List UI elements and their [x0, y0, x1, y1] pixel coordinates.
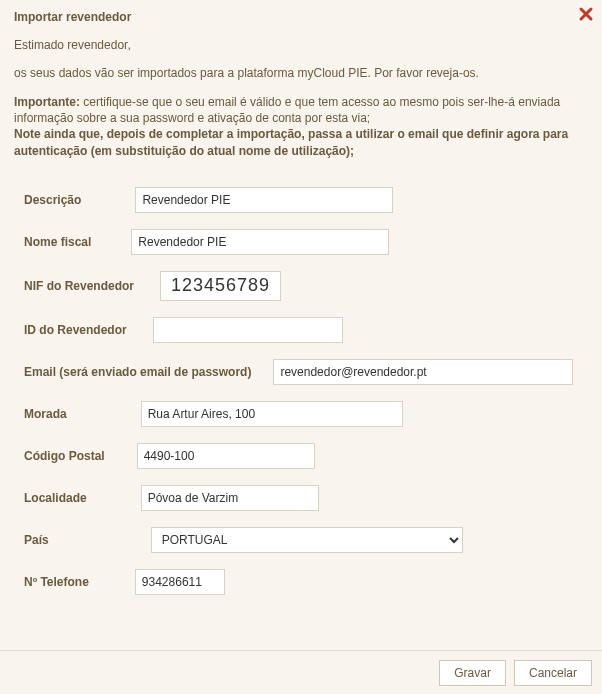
- important-label: Importante:: [14, 95, 80, 109]
- label-localidade: Localidade: [24, 491, 87, 505]
- row-email: Email (será enviado email de password): [14, 359, 588, 385]
- label-nome-fiscal: Nome fiscal: [24, 235, 91, 249]
- value-nif: 123456789: [160, 271, 281, 301]
- input-telefone[interactable]: [135, 569, 225, 595]
- dialog-title: Importar revendedor: [14, 10, 588, 24]
- save-button[interactable]: Gravar: [439, 660, 506, 686]
- input-id-revendedor: [153, 317, 343, 343]
- important-text: Importante: certifique-se que o seu emai…: [14, 94, 588, 159]
- row-id-revendedor: ID do Revendedor: [14, 317, 588, 343]
- input-descricao[interactable]: [135, 187, 393, 213]
- input-morada[interactable]: [141, 401, 403, 427]
- label-email: Email (será enviado email de password): [24, 365, 251, 379]
- cancel-button[interactable]: Cancelar: [514, 660, 592, 686]
- important-bold: Note ainda que, depois de completar a im…: [14, 127, 568, 157]
- close-icon[interactable]: [578, 6, 594, 22]
- row-pais: País PORTUGAL: [14, 527, 588, 553]
- input-localidade[interactable]: [141, 485, 319, 511]
- row-morada: Morada: [14, 401, 588, 427]
- select-pais[interactable]: PORTUGAL: [151, 527, 463, 553]
- input-cp[interactable]: [137, 443, 315, 469]
- row-descricao: Descrição: [14, 187, 588, 213]
- row-cp: Código Postal: [14, 443, 588, 469]
- row-localidade: Localidade: [14, 485, 588, 511]
- label-cp: Código Postal: [24, 449, 105, 463]
- important-line1: certifique-se que o seu email é válido e…: [14, 95, 560, 125]
- label-telefone: Nº Telefone: [24, 575, 89, 589]
- input-email[interactable]: [273, 359, 573, 385]
- label-nif: NIF do Revendedor: [24, 279, 134, 293]
- import-reseller-dialog: Importar revendedor Estimado revendedor,…: [0, 0, 602, 663]
- label-pais: País: [24, 533, 49, 547]
- greeting-text: Estimado revendedor,: [14, 38, 588, 52]
- label-morada: Morada: [24, 407, 67, 421]
- label-id-revendedor: ID do Revendedor: [24, 323, 127, 337]
- row-nome-fiscal: Nome fiscal: [14, 229, 588, 255]
- intro-text: os seus dados vão ser importados para a …: [14, 66, 588, 80]
- input-nome-fiscal[interactable]: [131, 229, 389, 255]
- row-telefone: Nº Telefone: [14, 569, 588, 595]
- row-nif: NIF do Revendedor 123456789: [14, 271, 588, 301]
- label-descricao: Descrição: [24, 193, 81, 207]
- dialog-footer: Gravar Cancelar: [0, 650, 602, 694]
